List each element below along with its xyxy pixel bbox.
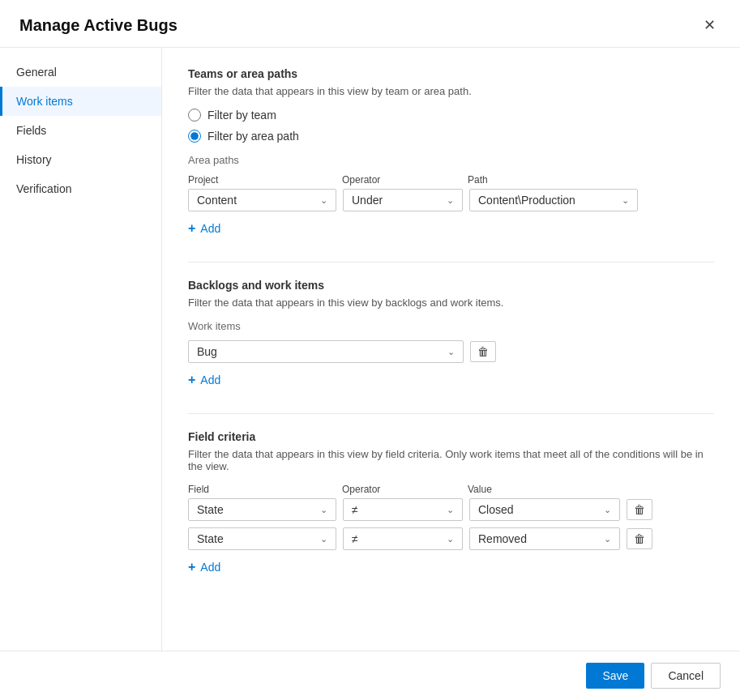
work-item-type-select[interactable]: Bug ⌄ [188, 340, 464, 363]
backlogs-title: Backlogs and work items [188, 279, 714, 292]
dialog-title: Manage Active Bugs [19, 16, 178, 35]
backlogs-desc: Filter the data that appears in this vie… [188, 297, 714, 309]
dialog: Manage Active Bugs ✕ General Work items … [0, 0, 740, 700]
project-chevron-icon: ⌄ [320, 195, 327, 206]
criteria-operator-value-1: ≠ [352, 532, 358, 545]
criteria-operator-col-label: Operator [342, 484, 468, 495]
filter-by-team-radio[interactable] [188, 109, 201, 122]
work-items-row: Bug ⌄ 🗑 [188, 340, 714, 363]
criteria-value-chevron-1: ⌄ [604, 534, 611, 544]
project-col-label: Project [188, 174, 342, 186]
criteria-field-chevron-0: ⌄ [320, 505, 327, 515]
dialog-footer: Save Cancel [0, 651, 740, 700]
sidebar-item-fields[interactable]: Fields [0, 116, 161, 145]
criteria-operator-select-1[interactable]: ≠ ⌄ [343, 527, 463, 550]
close-button[interactable]: ✕ [699, 15, 721, 36]
sidebar-item-fields-label: Fields [16, 124, 46, 137]
criteria-value-select-1[interactable]: Removed ⌄ [469, 527, 620, 550]
path-chevron-icon: ⌄ [622, 195, 629, 206]
sidebar: General Work items Fields History Verifi… [0, 48, 162, 651]
cancel-button[interactable]: Cancel [651, 663, 721, 689]
path-select[interactable]: Content\Production ⌄ [469, 189, 638, 211]
field-col-label: Field [188, 484, 342, 495]
teams-or-area-paths-section: Teams or area paths Filter the data that… [188, 67, 714, 239]
path-select-value: Content\Production [478, 194, 575, 207]
add-area-path-button[interactable]: + Add [188, 218, 220, 239]
area-path-operator-chevron-icon: ⌄ [447, 195, 454, 206]
delete-work-item-button[interactable]: 🗑 [470, 341, 496, 362]
criteria-operator-select-0[interactable]: ≠ ⌄ [343, 498, 463, 521]
filter-by-team-option[interactable]: Filter by team [188, 109, 714, 122]
filter-by-area-path-option[interactable]: Filter by area path [188, 130, 714, 143]
field-criteria-section: Field criteria Filter the data that appe… [188, 430, 714, 578]
criteria-value-select-0[interactable]: Closed ⌄ [469, 498, 620, 521]
value-col-label: Value [468, 484, 646, 495]
field-criteria-title: Field criteria [188, 430, 714, 443]
filter-by-area-path-radio[interactable] [188, 130, 201, 143]
area-path-operator-select[interactable]: Under ⌄ [343, 189, 463, 211]
sidebar-item-general[interactable]: General [0, 58, 161, 87]
filter-radio-group: Filter by team Filter by area path [188, 109, 714, 143]
criteria-operator-chevron-0: ⌄ [447, 505, 454, 515]
teams-or-area-paths-desc: Filter the data that appears in this vie… [188, 85, 714, 97]
criteria-row-0: State ⌄ ≠ ⌄ Closed ⌄ 🗑 [188, 498, 714, 521]
sidebar-item-verification-label: Verification [16, 182, 71, 195]
area-paths-column-labels: Project Operator Path [188, 174, 714, 186]
project-select[interactable]: Content ⌄ [188, 189, 336, 211]
work-item-chevron-icon: ⌄ [447, 347, 455, 357]
criteria-value-1: Removed [478, 532, 527, 545]
add-area-path-label: Add [200, 222, 220, 235]
add-criteria-button[interactable]: + Add [188, 557, 220, 578]
main-content: Teams or area paths Filter the data that… [162, 48, 740, 651]
area-paths-subtitle: Area paths [188, 154, 714, 166]
backlogs-work-items-section: Backlogs and work items Filter the data … [188, 279, 714, 391]
field-criteria-desc: Filter the data that appears in this vie… [188, 448, 714, 472]
filter-by-team-label: Filter by team [207, 109, 276, 122]
sidebar-item-history-label: History [16, 153, 52, 166]
add-work-item-plus-icon: + [188, 373, 195, 387]
sidebar-item-work-items-label: Work items [16, 95, 73, 108]
criteria-field-select-0[interactable]: State ⌄ [188, 498, 336, 521]
sidebar-item-verification[interactable]: Verification [0, 174, 161, 203]
add-criteria-label: Add [200, 561, 220, 574]
divider-2 [188, 413, 714, 414]
divider-1 [188, 262, 714, 262]
sidebar-item-history[interactable]: History [0, 145, 161, 174]
area-path-row: Content ⌄ Under ⌄ Content\Production ⌄ [188, 189, 714, 211]
criteria-column-labels: Field Operator Value [188, 484, 714, 495]
add-work-item-label: Add [200, 373, 220, 386]
add-criteria-plus-icon: + [188, 560, 195, 574]
criteria-operator-value-0: ≠ [352, 503, 358, 516]
add-area-path-plus-icon: + [188, 221, 195, 236]
area-path-operator-value: Under [352, 194, 383, 207]
work-item-type-value: Bug [197, 345, 217, 358]
add-work-item-button[interactable]: + Add [188, 369, 220, 391]
operator-col-label: Operator [342, 174, 468, 186]
criteria-field-select-1[interactable]: State ⌄ [188, 527, 336, 550]
criteria-field-value-0: State [197, 503, 224, 516]
work-items-sublabel: Work items [188, 320, 714, 332]
criteria-row-1: State ⌄ ≠ ⌄ Removed ⌄ 🗑 [188, 527, 714, 550]
teams-or-area-paths-title: Teams or area paths [188, 67, 714, 80]
sidebar-item-general-label: General [16, 66, 57, 79]
criteria-field-chevron-1: ⌄ [320, 534, 327, 544]
delete-criteria-button-0[interactable]: 🗑 [627, 499, 652, 520]
project-select-value: Content [197, 194, 237, 207]
delete-criteria-button-1[interactable]: 🗑 [627, 528, 652, 549]
dialog-body: General Work items Fields History Verifi… [0, 48, 740, 651]
trash-icon-0: 🗑 [634, 503, 645, 516]
sidebar-item-work-items[interactable]: Work items [0, 87, 161, 116]
save-button[interactable]: Save [586, 663, 644, 689]
filter-by-area-path-label: Filter by area path [207, 130, 299, 143]
criteria-value-0: Closed [478, 503, 514, 516]
criteria-value-chevron-0: ⌄ [604, 505, 611, 515]
path-col-label: Path [468, 174, 646, 186]
trash-icon-1: 🗑 [634, 532, 645, 545]
criteria-operator-chevron-1: ⌄ [447, 534, 454, 544]
trash-icon: 🗑 [477, 345, 489, 358]
criteria-field-value-1: State [197, 532, 224, 545]
dialog-header: Manage Active Bugs ✕ [0, 0, 740, 48]
